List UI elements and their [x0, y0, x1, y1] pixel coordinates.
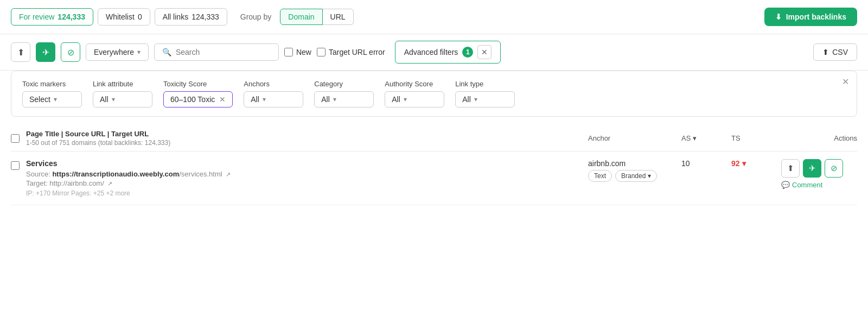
search-input[interactable] [176, 48, 271, 56]
anchors-select[interactable]: All ▾ [244, 91, 303, 108]
import-backlinks-button[interactable]: ⬇ Import backlinks [764, 8, 857, 26]
chevron-down-icon: ▾ [648, 172, 651, 180]
link-type-label: Link type [455, 80, 515, 88]
ts-number: 92 [731, 159, 740, 168]
filter-active-icon-button[interactable]: ✈ [36, 42, 55, 62]
advanced-filters-badge: 1 [462, 47, 473, 58]
new-checkbox-group: New [284, 48, 311, 56]
tab-for-review-label: For review [19, 12, 54, 21]
download-icon: ⬇ [775, 12, 782, 21]
anchors-label: Anchors [244, 80, 303, 88]
anchor-tags: Text Branded ▾ [588, 170, 675, 182]
link-attribute-label: Link attribute [93, 80, 152, 88]
filter-link-type: Link type All ▾ [455, 80, 515, 108]
chevron-down-icon: ▾ [263, 96, 266, 103]
authority-score-value: All [392, 95, 400, 104]
external-link-icon: ↗ [226, 171, 231, 178]
select-all-checkbox[interactable] [11, 134, 20, 143]
col-actions-header: Actions [781, 134, 857, 142]
upload-icon: ⬆ [822, 48, 829, 56]
link-type-select[interactable]: All ▾ [455, 91, 515, 108]
toxicity-score-label: Toxicity Score [163, 80, 233, 88]
authority-score-select[interactable]: All ▾ [385, 91, 444, 108]
toxicity-score-select[interactable]: 60–100 Toxic ✕ [163, 91, 233, 108]
category-select[interactable]: All ▾ [314, 91, 374, 108]
source-url-link[interactable]: https://transcriptionaudio.weebly.com [52, 170, 179, 178]
toxic-markers-label: Toxic markers [22, 80, 82, 88]
send-icon: ✈ [42, 47, 49, 58]
filter-bar: ⬆ ✈ ⊘ Everywhere ▾ 🔍 New Target URL erro… [0, 34, 868, 71]
target-url-error-checkbox[interactable] [317, 48, 326, 56]
sort-icon: ▾ [693, 134, 697, 142]
tab-all-links-count: 124,333 [192, 12, 219, 21]
table-header: Page Title | Source URL | Target URL 1-5… [11, 125, 857, 151]
col-subtitle-label: 1-50 out of 751 domains (total backlinks… [26, 139, 582, 147]
target-url-link[interactable]: http://airbnb.com/ [49, 179, 104, 187]
advanced-filters-label: Advanced filters [404, 48, 458, 56]
toxicity-score-clear[interactable]: ✕ [219, 95, 226, 104]
toxic-markers-value: Select [29, 95, 50, 104]
adv-panel-close[interactable]: ✕ [842, 77, 849, 87]
toxic-markers-select[interactable]: Select ▾ [22, 91, 82, 108]
target-url: http://airbnb.com/ [49, 179, 104, 187]
export-icon-button[interactable]: ⬆ [11, 42, 30, 62]
group-by-buttons: Domain URL [280, 9, 353, 25]
action-icons-group: ⬆ ✈ ⊘ [781, 159, 843, 178]
chevron-down-icon: ▾ [404, 96, 407, 103]
group-by-url[interactable]: URL [323, 9, 354, 25]
disavow-icon-button[interactable]: ⊘ [61, 42, 80, 62]
filter-toxic-markers: Toxic markers Select ▾ [22, 80, 82, 108]
link-type-value: All [462, 95, 471, 104]
csv-label: CSV [832, 48, 848, 56]
category-label: Category [314, 80, 374, 88]
chevron-down-icon: ▾ [474, 96, 477, 103]
row-checkbox[interactable] [11, 161, 20, 170]
filter-authority-score: Authority Score All ▾ [385, 80, 444, 108]
col-title-main-label: Page Title | Source URL | Target URL [26, 130, 582, 138]
ts-dropdown-icon[interactable]: ▾ [742, 159, 746, 168]
tab-whitelist-label: Whitelist [106, 12, 135, 21]
group-by-domain[interactable]: Domain [280, 9, 322, 25]
everywhere-label: Everywhere [94, 48, 134, 56]
advanced-filters-button[interactable]: Advanced filters 1 ✕ [395, 41, 501, 64]
group-by-label: Group by [240, 12, 272, 21]
target-url-error-label: Target URL error [329, 48, 385, 56]
external-link-icon-2: ↗ [107, 180, 112, 187]
chevron-down-icon: ▾ [137, 48, 141, 56]
tab-all-links-label: All links [163, 12, 188, 21]
export-icon: ⬆ [17, 47, 24, 58]
import-backlinks-label: Import backlinks [786, 12, 846, 21]
category-value: All [321, 95, 330, 104]
row-main: Services Source: https://transcriptionau… [26, 159, 582, 197]
row-title: Services [26, 159, 582, 168]
chevron-down-icon: ▾ [54, 96, 57, 103]
csv-button[interactable]: ⬆ CSV [813, 43, 857, 61]
row-disavow-button[interactable]: ⊘ [825, 159, 843, 178]
col-as-header[interactable]: AS ▾ [681, 134, 725, 142]
chevron-down-icon: ▾ [333, 96, 336, 103]
link-attribute-select[interactable]: All ▾ [93, 91, 152, 108]
tab-all-links[interactable]: All links 124,333 [155, 8, 227, 26]
cancel-circle-icon: ⊘ [67, 47, 74, 58]
anchor-tag-branded[interactable]: Branded ▾ [615, 170, 657, 182]
filter-link-attribute: Link attribute All ▾ [93, 80, 152, 108]
anchor-tag-text: Text [588, 170, 612, 182]
new-checkbox[interactable] [284, 48, 293, 56]
row-export-button[interactable]: ⬆ [781, 159, 800, 178]
row-send-button[interactable]: ✈ [803, 159, 821, 178]
comment-button[interactable]: 💬 Comment [781, 181, 822, 189]
row-source: Source: https://transcriptionaudio.weebl… [26, 170, 582, 178]
tab-whitelist-count: 0 [138, 12, 142, 21]
as-label: AS [681, 134, 691, 142]
table-row: Services Source: https://transcriptionau… [11, 151, 857, 205]
advanced-filters-close[interactable]: ✕ [477, 45, 492, 59]
authority-score-label: Authority Score [385, 80, 444, 88]
comment-icon: 💬 [781, 181, 790, 189]
row-ts-value: 92 ▾ [731, 159, 775, 168]
anchor-domain: airbnb.com [588, 159, 675, 168]
everywhere-dropdown[interactable]: Everywhere ▾ [86, 43, 149, 61]
tab-whitelist[interactable]: Whitelist 0 [98, 8, 150, 26]
tab-for-review[interactable]: For review 124,333 [11, 8, 93, 26]
new-label: New [296, 48, 311, 56]
source-url-suffix: /services.html [179, 170, 222, 178]
